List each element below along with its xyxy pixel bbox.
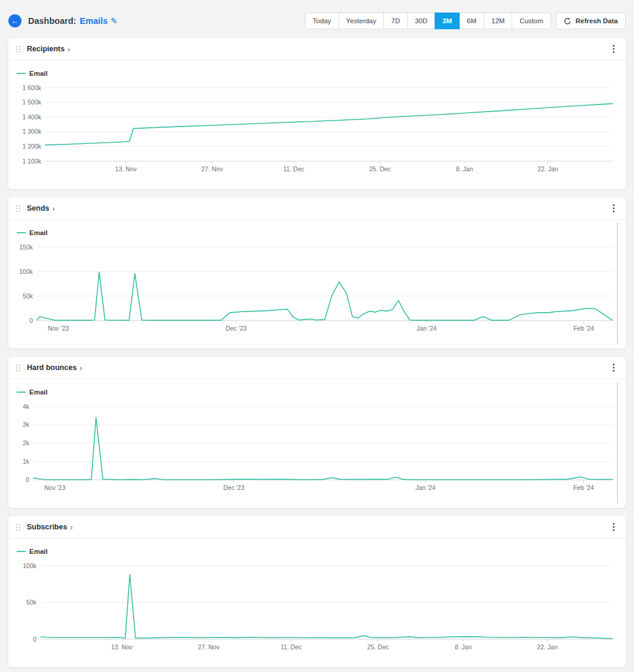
svg-text:100k: 100k <box>19 268 33 275</box>
svg-text:Jan '24: Jan '24 <box>416 484 436 491</box>
svg-text:Nov '23: Nov '23 <box>44 484 65 491</box>
card-header: Sends › ⋮ <box>8 198 626 220</box>
svg-text:100k: 100k <box>23 562 37 569</box>
svg-text:Email: Email <box>29 229 48 236</box>
kebab-menu-icon[interactable]: ⋮ <box>609 204 618 213</box>
svg-text:Dec '23: Dec '23 <box>223 484 244 491</box>
svg-text:Email: Email <box>29 389 48 396</box>
drag-handle-icon[interactable] <box>14 363 22 373</box>
chart-card-recipients: Recipients › ⋮ Email1 100k1 200k1 300k1 … <box>8 38 626 189</box>
svg-text:1 200k: 1 200k <box>22 143 41 150</box>
range-button-today[interactable]: Today <box>305 13 339 29</box>
range-button-3m[interactable]: 3M <box>435 13 460 29</box>
svg-text:13. Nov: 13. Nov <box>115 165 137 172</box>
dashboard-name-link[interactable]: Emails <box>80 16 108 26</box>
line-chart: Email050k100k13. Nov27. Nov11. Dec25. De… <box>14 542 620 666</box>
line-chart: Email050k100k150kNov '23Dec '23Jan '24Fe… <box>14 223 620 347</box>
dashboard-page: ← Dashboard: Emails ✎ TodayYesterday7D30… <box>0 0 634 667</box>
chevron-right-icon: › <box>79 364 82 372</box>
card-title[interactable]: Hard bounces <box>27 363 76 372</box>
refresh-data-button[interactable]: Refresh Data <box>556 13 626 29</box>
chart-card-subscribes: Subscribes › ⋮ Email050k100k13. Nov27. N… <box>8 516 626 667</box>
kebab-menu-icon[interactable]: ⋮ <box>609 363 618 372</box>
resize-guide-right[interactable] <box>617 382 618 503</box>
svg-text:Jan '24: Jan '24 <box>417 325 437 332</box>
resize-guide-right[interactable] <box>617 223 618 344</box>
card-title[interactable]: Recipients <box>27 45 64 53</box>
cards-grid: Recipients › ⋮ Email1 100k1 200k1 300k1 … <box>8 38 626 667</box>
cards-row: Recipients › ⋮ Email1 100k1 200k1 300k1 … <box>8 38 626 189</box>
svg-text:Feb '24: Feb '24 <box>573 325 594 332</box>
drag-handle-icon[interactable] <box>14 44 22 54</box>
svg-text:Nov '23: Nov '23 <box>48 325 69 332</box>
svg-text:8. Jan: 8. Jan <box>455 643 472 651</box>
kebab-menu-icon[interactable]: ⋮ <box>609 44 618 54</box>
svg-text:22. Jan: 22. Jan <box>537 165 558 172</box>
chart-card-sends: Sends › ⋮ Email050k100k150kNov '23Dec '2… <box>8 198 626 349</box>
svg-text:0: 0 <box>29 317 33 324</box>
svg-text:150k: 150k <box>19 243 33 251</box>
drag-handle-icon[interactable] <box>14 522 22 532</box>
refresh-label: Refresh Data <box>575 17 618 24</box>
card-header: Recipients › ⋮ <box>8 38 626 60</box>
range-button-7d[interactable]: 7D <box>383 13 408 29</box>
svg-text:25. Dec: 25. Dec <box>367 643 389 651</box>
line-chart: Email1 100k1 200k1 300k1 400k1 500k1 600… <box>14 64 620 188</box>
kebab-menu-icon[interactable]: ⋮ <box>609 522 618 532</box>
svg-text:3k: 3k <box>23 421 30 428</box>
svg-text:Email: Email <box>29 70 48 77</box>
refresh-icon <box>564 17 571 25</box>
cards-row: Hard bounces › ⋮ Email01k2k3k4kNov '23De… <box>8 357 626 508</box>
svg-text:50k: 50k <box>23 292 33 300</box>
cards-row: Sends › ⋮ Email050k100k150kNov '23Dec '2… <box>8 198 626 349</box>
cards-row: Subscribes › ⋮ Email050k100k13. Nov27. N… <box>8 516 626 667</box>
svg-text:4k: 4k <box>23 403 30 410</box>
drag-handle-icon[interactable] <box>14 204 22 214</box>
svg-text:1 500k: 1 500k <box>22 98 41 106</box>
card-body: Email050k100k150kNov '23Dec '23Jan '24Fe… <box>8 220 626 350</box>
card-body: Email050k100k13. Nov27. Nov11. Dec25. De… <box>8 538 626 668</box>
svg-text:Email: Email <box>29 548 48 555</box>
svg-text:25. Dec: 25. Dec <box>369 165 390 172</box>
range-button-6m[interactable]: 6M <box>459 13 484 29</box>
line-chart: Email01k2k3k4kNov '23Dec '23Jan '24Feb '… <box>14 383 620 507</box>
svg-text:13. Nov: 13. Nov <box>111 643 133 651</box>
svg-text:22. Jan: 22. Jan <box>537 643 558 651</box>
svg-text:0: 0 <box>33 636 36 643</box>
svg-text:2k: 2k <box>23 439 30 446</box>
chevron-right-icon: › <box>53 205 55 212</box>
page-header: ← Dashboard: Emails ✎ TodayYesterday7D30… <box>8 0 626 38</box>
svg-text:1k: 1k <box>23 458 30 465</box>
svg-text:50k: 50k <box>26 599 37 606</box>
svg-text:1 400k: 1 400k <box>22 113 41 121</box>
chevron-right-icon: › <box>67 45 70 53</box>
back-arrow-icon: ← <box>11 17 19 24</box>
card-title[interactable]: Sends <box>27 204 50 212</box>
svg-text:27. Nov: 27. Nov <box>201 165 223 172</box>
svg-text:0: 0 <box>26 476 29 483</box>
card-body: Email1 100k1 200k1 300k1 400k1 500k1 600… <box>8 60 626 190</box>
svg-text:8. Jan: 8. Jan <box>456 165 473 172</box>
range-button-yesterday[interactable]: Yesterday <box>338 13 384 29</box>
chart-card-hard_bounces: Hard bounces › ⋮ Email01k2k3k4kNov '23De… <box>8 357 626 508</box>
svg-text:11. Dec: 11. Dec <box>281 643 301 651</box>
chevron-right-icon: › <box>70 523 72 531</box>
range-button-12m[interactable]: 12M <box>484 13 512 29</box>
card-body: Email01k2k3k4kNov '23Dec '23Jan '24Feb '… <box>8 379 626 509</box>
date-range-button-group: TodayYesterday7D30D3M6M12MCustom <box>305 13 551 29</box>
svg-text:Dec '23: Dec '23 <box>226 325 247 332</box>
svg-text:11. Dec: 11. Dec <box>283 165 304 172</box>
svg-text:Feb '24: Feb '24 <box>573 484 594 491</box>
page-title: Dashboard: <box>28 16 76 26</box>
range-button-30d[interactable]: 30D <box>407 13 435 29</box>
card-header: Hard bounces › ⋮ <box>8 357 626 379</box>
svg-text:1 100k: 1 100k <box>22 158 41 165</box>
svg-text:1 600k: 1 600k <box>22 84 41 91</box>
svg-text:1 300k: 1 300k <box>22 128 41 135</box>
back-button[interactable]: ← <box>8 14 21 27</box>
edit-pencil-icon[interactable]: ✎ <box>110 16 118 26</box>
range-button-custom[interactable]: Custom <box>512 13 551 29</box>
svg-text:27. Nov: 27. Nov <box>198 643 220 651</box>
card-title[interactable]: Subscribes <box>27 523 67 531</box>
card-header: Subscribes › ⋮ <box>8 516 626 538</box>
